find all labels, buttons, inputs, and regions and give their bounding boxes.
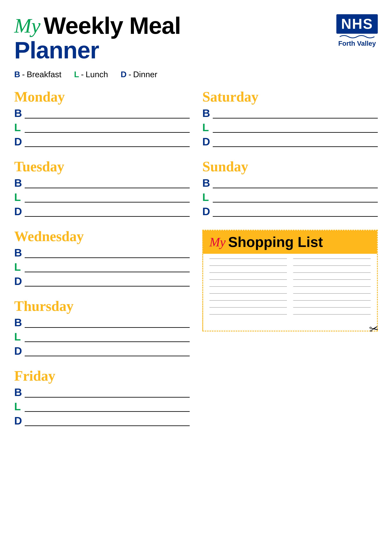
shopping-col-right [293, 258, 371, 321]
legend-b-label: Breakfast [27, 70, 62, 79]
thursday-l-line[interactable] [25, 341, 190, 342]
legend-l-dash: - [81, 70, 84, 79]
shop-line-1[interactable] [209, 258, 287, 259]
shop-line-8[interactable] [209, 307, 287, 307]
day-friday: Friday B L D [14, 368, 190, 430]
wednesday-b-line[interactable] [25, 257, 190, 258]
shop-line-7[interactable] [209, 300, 287, 301]
sunday-dinner-row: D [202, 206, 378, 217]
tuesday-l-letter: L [14, 192, 22, 203]
shopping-list-header: My Shopping List [203, 231, 377, 254]
day-monday: Monday B L D [14, 89, 190, 150]
legend-d-dash: - [128, 70, 131, 79]
sunday-breakfast-row: B [202, 177, 378, 188]
saturday-dinner-row: D [202, 136, 378, 147]
friday-d-line[interactable] [25, 425, 190, 426]
sunday-b-line[interactable] [213, 188, 378, 188]
wednesday-dinner-row: D [14, 276, 190, 286]
shop-line-13[interactable] [293, 279, 371, 280]
day-sunday-label: Sunday [202, 158, 378, 175]
monday-dinner-row: D [14, 136, 190, 147]
monday-b-line[interactable] [25, 118, 190, 118]
legend-b-dash: - [22, 70, 25, 79]
saturday-l-letter: L [202, 122, 210, 133]
shop-line-11[interactable] [293, 265, 371, 266]
shopping-col-left [209, 258, 287, 321]
wednesday-b-letter: B [14, 247, 22, 258]
legend-lunch: L - Lunch [74, 70, 108, 79]
shop-line-9[interactable] [209, 314, 287, 314]
thursday-b-line[interactable] [25, 327, 190, 328]
header: My Weekly Meal Planner NHS Forth Valley [14, 13, 378, 63]
friday-l-letter: L [14, 401, 22, 412]
tuesday-b-letter: B [14, 177, 22, 188]
forth-valley-label: Forth Valley [338, 40, 376, 47]
shop-line-4[interactable] [209, 279, 287, 280]
legend-l-label: Lunch [86, 70, 108, 79]
shop-line-18[interactable] [293, 314, 371, 314]
title-block: My Weekly Meal Planner [14, 13, 181, 63]
thursday-d-letter: D [14, 345, 22, 356]
saturday-b-line[interactable] [213, 118, 378, 118]
shopping-my-label: My [209, 235, 226, 249]
monday-l-line[interactable] [25, 132, 190, 133]
shopping-list-body [203, 254, 377, 331]
shop-line-6[interactable] [209, 293, 287, 294]
shop-line-15[interactable] [293, 293, 371, 294]
wednesday-l-line[interactable] [25, 272, 190, 272]
legend-l-letter: L [74, 70, 79, 79]
shop-line-3[interactable] [209, 272, 287, 273]
monday-l-letter: L [14, 122, 22, 133]
shopping-list-section: My Shopping List [202, 230, 378, 331]
tuesday-b-line[interactable] [25, 188, 190, 188]
day-saturday-label: Saturday [202, 89, 378, 105]
thursday-d-line[interactable] [25, 356, 190, 356]
monday-d-line[interactable] [25, 146, 190, 147]
friday-dinner-row: D [14, 415, 190, 426]
legend: B - Breakfast L - Lunch D - Dinner [14, 70, 378, 79]
saturday-d-line[interactable] [213, 146, 378, 147]
friday-b-line[interactable] [25, 397, 190, 398]
wednesday-l-letter: L [14, 262, 22, 272]
saturday-d-letter: D [202, 136, 210, 147]
title-planner: Planner [14, 37, 181, 63]
scissors-icon: ✂ [368, 322, 379, 336]
tuesday-l-line[interactable] [25, 202, 190, 203]
friday-l-line[interactable] [25, 411, 190, 412]
title-my: My [14, 15, 41, 37]
title-weekly: Weekly Meal [44, 13, 181, 39]
shop-line-12[interactable] [293, 272, 371, 273]
friday-breakfast-row: B [14, 387, 190, 398]
saturday-l-line[interactable] [213, 132, 378, 133]
sunday-l-line[interactable] [213, 202, 378, 203]
shop-line-5[interactable] [209, 286, 287, 287]
day-tuesday: Tuesday B L D [14, 158, 190, 220]
day-wednesday-label: Wednesday [14, 228, 190, 244]
shop-line-17[interactable] [293, 307, 371, 307]
sunday-d-line[interactable] [213, 216, 378, 217]
saturday-b-letter: B [202, 108, 210, 118]
legend-breakfast: B - Breakfast [14, 70, 62, 79]
wednesday-lunch-row: L [14, 262, 190, 272]
wednesday-d-line[interactable] [25, 286, 190, 286]
tuesday-d-line[interactable] [25, 216, 190, 217]
thursday-b-letter: B [14, 317, 22, 328]
legend-b-letter: B [14, 70, 20, 79]
nhs-logo: NHS Forth Valley [336, 14, 378, 47]
friday-d-letter: D [14, 415, 22, 426]
tuesday-breakfast-row: B [14, 177, 190, 188]
shop-line-2[interactable] [209, 265, 287, 266]
wednesday-breakfast-row: B [14, 247, 190, 258]
tuesday-lunch-row: L [14, 192, 190, 203]
legend-d-letter: D [121, 70, 127, 79]
shop-line-16[interactable] [293, 300, 371, 301]
day-tuesday-label: Tuesday [14, 158, 190, 175]
main-grid: Monday B L D Tuesday B [14, 89, 378, 438]
page: My Weekly Meal Planner NHS Forth Valley … [0, 0, 392, 555]
day-saturday: Saturday B L D [202, 89, 378, 150]
tuesday-dinner-row: D [14, 206, 190, 217]
shop-line-10[interactable] [293, 258, 371, 259]
shop-line-14[interactable] [293, 286, 371, 287]
wednesday-d-letter: D [14, 276, 22, 286]
thursday-dinner-row: D [14, 345, 190, 356]
